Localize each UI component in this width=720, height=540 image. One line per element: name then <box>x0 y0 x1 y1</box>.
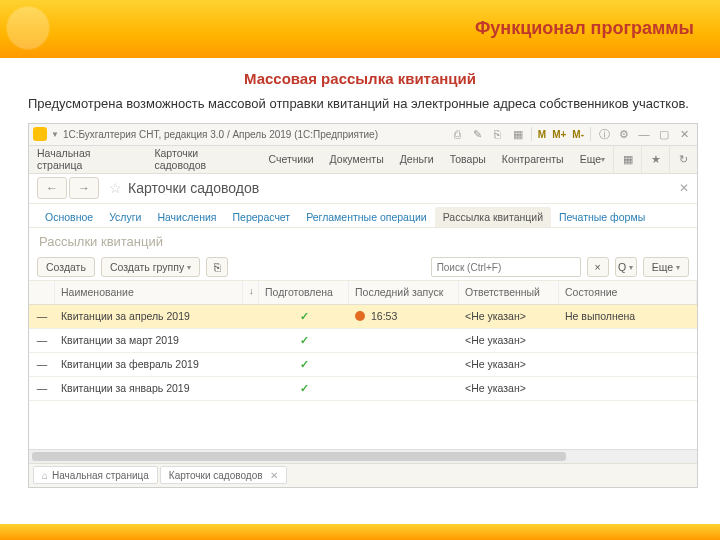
cell-resp: <Не указан> <box>459 305 559 328</box>
check-icon: ✓ <box>300 358 309 370</box>
cell-state: Не выполнена <box>559 305 697 328</box>
page-header: ← → ☆ Карточки садоводов ✕ <box>29 174 697 204</box>
search-input[interactable] <box>431 257 581 277</box>
calc-icon[interactable]: ▦ <box>509 126 527 142</box>
cell-last <box>349 377 459 400</box>
tool-icon[interactable]: ✎ <box>469 126 487 142</box>
page-title: Карточки садоводов <box>128 180 259 196</box>
sort-indicator-icon[interactable]: ↓ <box>243 281 259 304</box>
info-icon[interactable]: ⓘ <box>595 126 613 142</box>
row-handle-icon: — <box>29 305 55 328</box>
view-tabs: ⌂Начальная страница Карточки садоводов✕ <box>29 463 697 487</box>
advanced-search-button[interactable]: Q▾ <box>615 257 637 277</box>
create-button[interactable]: Создать <box>37 257 95 277</box>
menu-cards[interactable]: Карточки садоводов <box>146 146 260 173</box>
table-row[interactable]: —Квитанции за апрель 2019✓16:53<Не указа… <box>29 305 697 329</box>
memory-m-minus[interactable]: M- <box>570 126 586 142</box>
cell-resp: <Не указан> <box>459 353 559 376</box>
slide-footer-band <box>0 524 720 540</box>
create-group-button[interactable]: Создать группу▾ <box>101 257 200 277</box>
settings-icon[interactable]: ⚙ <box>615 126 633 142</box>
table-row[interactable]: —Квитанции за февраль 2019✓<Не указан> <box>29 353 697 377</box>
menu-contr[interactable]: Контрагенты <box>494 146 572 173</box>
row-handle-icon: — <box>29 353 55 376</box>
row-handle-icon: — <box>29 329 55 352</box>
window-titlebar: ▼ 1С:Бухгалтерия СНТ, редакция 3.0 / Апр… <box>29 124 697 146</box>
tab-mailing[interactable]: Рассылка квитанций <box>435 207 551 227</box>
app-menu-chevron-icon[interactable]: ▼ <box>51 130 59 139</box>
main-menu: Начальная страница Карточки садоводов Сч… <box>29 146 697 174</box>
home-icon: ⌂ <box>42 470 48 481</box>
print-icon[interactable]: ⎙ <box>449 126 467 142</box>
star-icon[interactable]: ★ <box>641 145 669 173</box>
tab-main[interactable]: Основное <box>37 207 101 227</box>
col-prep[interactable]: Подготовлена <box>259 281 349 304</box>
col-state[interactable]: Состояние <box>559 281 697 304</box>
tab-recalc[interactable]: Перерасчет <box>225 207 299 227</box>
check-icon: ✓ <box>300 334 309 346</box>
tab-services[interactable]: Услуги <box>101 207 149 227</box>
cell-last: 16:53 <box>349 305 459 328</box>
titlebar-icons: ⎙ ✎ ⎘ ▦ M M+ M- ⓘ ⚙ — ▢ ✕ <box>449 126 693 142</box>
slide-intro: Предусмотрена возможность массовой отпра… <box>0 95 720 123</box>
cell-prep: ✓ <box>259 353 349 376</box>
grid-icon[interactable]: ▦ <box>613 145 641 173</box>
close-page-icon[interactable]: ✕ <box>679 181 689 195</box>
history-icon[interactable]: ↻ <box>669 145 697 173</box>
memory-m-plus[interactable]: M+ <box>550 126 568 142</box>
col-last[interactable]: Последний запуск <box>349 281 459 304</box>
table-row[interactable]: —Квитанции за январь 2019✓<Не указан> <box>29 377 697 401</box>
link-icon[interactable]: ⎘ <box>489 126 507 142</box>
close-window-icon[interactable]: ✕ <box>675 126 693 142</box>
cell-name: Квитанции за февраль 2019 <box>55 353 243 376</box>
memory-m[interactable]: M <box>536 126 548 142</box>
page-tabs: Основное Услуги Начисления Перерасчет Ре… <box>29 204 697 228</box>
cell-resp: <Не указан> <box>459 329 559 352</box>
more-button[interactable]: Еще▾ <box>643 257 689 277</box>
nav-back-button[interactable]: ← <box>37 177 67 199</box>
nav-forward-button[interactable]: → <box>69 177 99 199</box>
tab-regops[interactable]: Регламентные операции <box>298 207 435 227</box>
table-row[interactable]: —Квитанции за март 2019✓<Не указан> <box>29 329 697 353</box>
cell-prep: ✓ <box>259 329 349 352</box>
tab-accruals[interactable]: Начисления <box>149 207 224 227</box>
data-grid: Наименование ↓ Подготовлена Последний за… <box>29 281 697 449</box>
toolbar-extra-button[interactable]: ⎘ <box>206 257 228 277</box>
cell-last <box>349 329 459 352</box>
cell-name: Квитанции за апрель 2019 <box>55 305 243 328</box>
cell-last <box>349 353 459 376</box>
cell-resp: <Не указан> <box>459 377 559 400</box>
tab-home-page[interactable]: ⌂Начальная страница <box>33 466 158 484</box>
cell-state <box>559 377 697 400</box>
favorite-star-icon[interactable]: ☆ <box>109 180 122 196</box>
menu-money[interactable]: Деньги <box>392 146 442 173</box>
cell-name: Квитанции за январь 2019 <box>55 377 243 400</box>
tab-printforms[interactable]: Печатные формы <box>551 207 653 227</box>
menu-more[interactable]: Еще <box>572 146 613 173</box>
maximize-icon[interactable]: ▢ <box>655 126 673 142</box>
grid-header: Наименование ↓ Подготовлена Последний за… <box>29 281 697 305</box>
check-icon: ✓ <box>300 382 309 394</box>
clear-search-button[interactable]: × <box>587 257 609 277</box>
cell-prep: ✓ <box>259 377 349 400</box>
section-title: Рассылки квитанций <box>29 228 697 255</box>
menu-goods[interactable]: Товары <box>442 146 494 173</box>
col-name[interactable]: Наименование <box>55 281 243 304</box>
close-tab-icon[interactable]: ✕ <box>270 470 278 481</box>
minimize-icon[interactable]: — <box>635 126 653 142</box>
col-resp[interactable]: Ответственный <box>459 281 559 304</box>
menu-docs[interactable]: Документы <box>322 146 392 173</box>
menu-home[interactable]: Начальная страница <box>29 146 146 173</box>
window-title: 1С:Бухгалтерия СНТ, редакция 3.0 / Апрел… <box>63 129 445 140</box>
horizontal-scrollbar[interactable] <box>29 449 697 463</box>
cell-name: Квитанции за март 2019 <box>55 329 243 352</box>
slide-header-band: Функционал программы <box>0 0 720 58</box>
slide-subtitle: Массовая рассылка квитанций <box>0 70 720 87</box>
status-dot-icon <box>355 311 365 321</box>
app-logo-icon <box>33 127 47 141</box>
check-icon: ✓ <box>300 310 309 322</box>
row-handle-icon: — <box>29 377 55 400</box>
menu-counters[interactable]: Счетчики <box>261 146 322 173</box>
tab-current-page[interactable]: Карточки садоводов✕ <box>160 466 287 484</box>
app-window: ▼ 1С:Бухгалтерия СНТ, редакция 3.0 / Апр… <box>28 123 698 488</box>
